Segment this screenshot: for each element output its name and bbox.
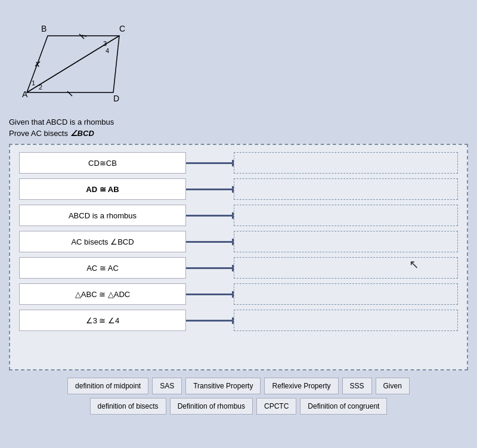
btn-definition-midpoint[interactable]: definition of midpoint	[67, 378, 148, 394]
proof-row-2: AD ≅ AB	[19, 178, 458, 200]
connector-3	[186, 215, 234, 217]
btn-sss[interactable]: SSS	[342, 378, 372, 394]
btn-definition-congruent[interactable]: Definition of congruent	[300, 398, 387, 415]
statement-4: AC bisects ∠BCD	[19, 231, 186, 252]
statement-1: CD≅CB	[19, 152, 186, 174]
connector-7	[186, 320, 234, 322]
btn-transitive[interactable]: Transitive Property	[185, 378, 261, 394]
btn-sas[interactable]: SAS	[152, 378, 182, 394]
reason-4[interactable]	[234, 231, 458, 252]
svg-text:2: 2	[39, 84, 42, 91]
btn-definition-rhombus[interactable]: Definition of rhombus	[170, 398, 253, 415]
connector-6	[186, 293, 234, 295]
statement-7: ∠3 ≅ ∠4	[19, 310, 186, 331]
svg-text:1: 1	[32, 79, 35, 86]
button-row-2: definition of bisects Definition of rhom…	[90, 398, 388, 415]
statement-6: △ABC ≅ △ADC	[19, 283, 186, 305]
reason-6[interactable]	[234, 283, 458, 305]
rhombus-svg: A B C D 1 2 3 4	[9, 9, 140, 110]
reason-5[interactable]	[234, 257, 458, 279]
reason-1[interactable]	[234, 152, 458, 174]
connector-2	[186, 189, 234, 190]
proof-row-5: AC ≅ AC	[19, 257, 458, 279]
proof-row-3: ABCD is a rhombus	[19, 205, 458, 226]
svg-line-4	[67, 91, 72, 96]
svg-text:A: A	[22, 89, 28, 99]
svg-text:C: C	[119, 24, 125, 33]
reason-2[interactable]	[234, 178, 458, 200]
svg-text:B: B	[41, 24, 47, 33]
statement-3: ABCD is a rhombus	[19, 205, 186, 226]
cursor-icon: ↖	[409, 257, 419, 271]
btn-definition-bisects[interactable]: definition of bisects	[90, 398, 166, 415]
btn-reflexive[interactable]: Reflexive Property	[264, 378, 338, 394]
connector-5	[186, 267, 234, 269]
statement-5: AC ≅ AC	[19, 257, 186, 279]
svg-text:D: D	[113, 94, 119, 103]
proof-row-1: CD≅CB	[19, 152, 458, 174]
statement-2: AD ≅ AB	[19, 178, 186, 200]
svg-text:4: 4	[106, 47, 109, 54]
svg-line-3	[79, 34, 84, 39]
bottom-buttons: definition of midpoint SAS Transitive Pr…	[9, 378, 468, 415]
connector-4	[186, 241, 234, 243]
button-row-1: definition of midpoint SAS Transitive Pr…	[67, 378, 410, 394]
prove-text: Prove AC bisects ∠BCD	[9, 129, 468, 138]
reason-3[interactable]	[234, 205, 458, 226]
proof-row-4: AC bisects ∠BCD	[19, 231, 458, 252]
diagram-area: A B C D 1 2 3 4	[9, 9, 468, 110]
given-text: Given that ABCD is a rhombus	[9, 118, 468, 126]
connector-1	[186, 162, 234, 164]
proof-row-7: ∠3 ≅ ∠4	[19, 310, 458, 331]
btn-cpctc[interactable]: CPCTC	[256, 398, 296, 415]
btn-given[interactable]: Given	[376, 378, 410, 394]
proof-container: CD≅CB AD ≅ AB ABCD is a rhombus AC bisec…	[9, 144, 468, 370]
reason-7[interactable]	[234, 310, 458, 331]
svg-text:3: 3	[103, 40, 107, 47]
proof-row-6: △ABC ≅ △ADC	[19, 283, 458, 305]
